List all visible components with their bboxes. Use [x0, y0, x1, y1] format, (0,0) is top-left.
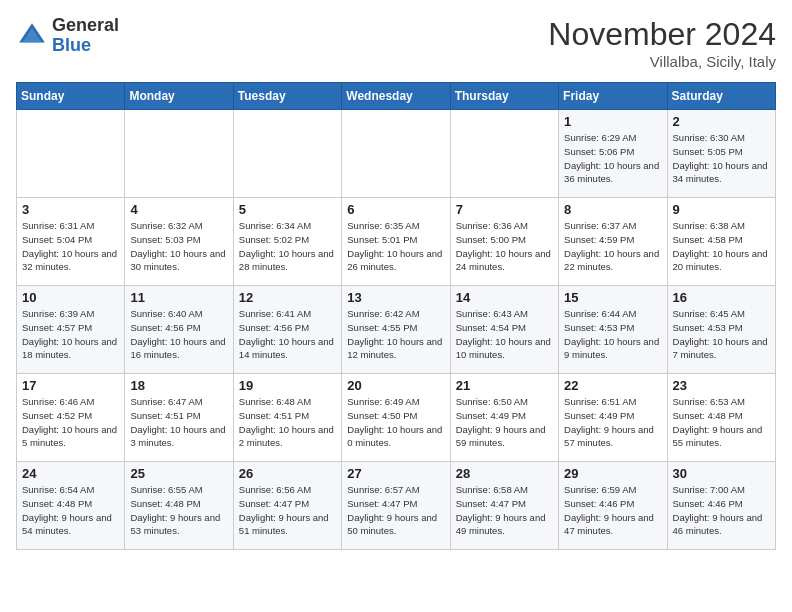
day-number: 13 [347, 290, 444, 305]
day-number: 9 [673, 202, 770, 217]
day-info: Sunrise: 6:53 AM Sunset: 4:48 PM Dayligh… [673, 395, 770, 450]
calendar-day-cell: 7Sunrise: 6:36 AM Sunset: 5:00 PM Daylig… [450, 198, 558, 286]
calendar-week-row: 10Sunrise: 6:39 AM Sunset: 4:57 PM Dayli… [17, 286, 776, 374]
calendar-day-cell: 18Sunrise: 6:47 AM Sunset: 4:51 PM Dayli… [125, 374, 233, 462]
day-info: Sunrise: 6:56 AM Sunset: 4:47 PM Dayligh… [239, 483, 336, 538]
day-number: 23 [673, 378, 770, 393]
day-number: 20 [347, 378, 444, 393]
day-info: Sunrise: 7:00 AM Sunset: 4:46 PM Dayligh… [673, 483, 770, 538]
day-number: 7 [456, 202, 553, 217]
day-info: Sunrise: 6:51 AM Sunset: 4:49 PM Dayligh… [564, 395, 661, 450]
calendar-day-cell: 16Sunrise: 6:45 AM Sunset: 4:53 PM Dayli… [667, 286, 775, 374]
day-header-friday: Friday [559, 83, 667, 110]
day-header-saturday: Saturday [667, 83, 775, 110]
calendar-day-cell: 9Sunrise: 6:38 AM Sunset: 4:58 PM Daylig… [667, 198, 775, 286]
calendar-day-cell: 28Sunrise: 6:58 AM Sunset: 4:47 PM Dayli… [450, 462, 558, 550]
logo-icon [16, 20, 48, 52]
calendar-day-cell: 24Sunrise: 6:54 AM Sunset: 4:48 PM Dayli… [17, 462, 125, 550]
day-number: 3 [22, 202, 119, 217]
day-number: 24 [22, 466, 119, 481]
calendar-day-cell: 26Sunrise: 6:56 AM Sunset: 4:47 PM Dayli… [233, 462, 341, 550]
day-number: 15 [564, 290, 661, 305]
calendar-day-cell: 17Sunrise: 6:46 AM Sunset: 4:52 PM Dayli… [17, 374, 125, 462]
day-info: Sunrise: 6:46 AM Sunset: 4:52 PM Dayligh… [22, 395, 119, 450]
calendar-week-row: 24Sunrise: 6:54 AM Sunset: 4:48 PM Dayli… [17, 462, 776, 550]
calendar-day-cell [125, 110, 233, 198]
calendar-day-cell: 11Sunrise: 6:40 AM Sunset: 4:56 PM Dayli… [125, 286, 233, 374]
calendar-day-cell: 14Sunrise: 6:43 AM Sunset: 4:54 PM Dayli… [450, 286, 558, 374]
day-info: Sunrise: 6:43 AM Sunset: 4:54 PM Dayligh… [456, 307, 553, 362]
day-header-thursday: Thursday [450, 83, 558, 110]
day-number: 8 [564, 202, 661, 217]
day-info: Sunrise: 6:47 AM Sunset: 4:51 PM Dayligh… [130, 395, 227, 450]
calendar-day-cell: 4Sunrise: 6:32 AM Sunset: 5:03 PM Daylig… [125, 198, 233, 286]
calendar-day-cell: 15Sunrise: 6:44 AM Sunset: 4:53 PM Dayli… [559, 286, 667, 374]
calendar-day-cell: 22Sunrise: 6:51 AM Sunset: 4:49 PM Dayli… [559, 374, 667, 462]
day-number: 1 [564, 114, 661, 129]
calendar-day-cell [450, 110, 558, 198]
calendar-table: SundayMondayTuesdayWednesdayThursdayFrid… [16, 82, 776, 550]
day-number: 5 [239, 202, 336, 217]
month-title: November 2024 [548, 16, 776, 53]
day-number: 29 [564, 466, 661, 481]
day-info: Sunrise: 6:54 AM Sunset: 4:48 PM Dayligh… [22, 483, 119, 538]
day-info: Sunrise: 6:40 AM Sunset: 4:56 PM Dayligh… [130, 307, 227, 362]
logo-text: General Blue [52, 16, 119, 56]
day-number: 11 [130, 290, 227, 305]
day-info: Sunrise: 6:29 AM Sunset: 5:06 PM Dayligh… [564, 131, 661, 186]
day-info: Sunrise: 6:36 AM Sunset: 5:00 PM Dayligh… [456, 219, 553, 274]
day-header-tuesday: Tuesday [233, 83, 341, 110]
day-info: Sunrise: 6:42 AM Sunset: 4:55 PM Dayligh… [347, 307, 444, 362]
day-number: 2 [673, 114, 770, 129]
day-info: Sunrise: 6:30 AM Sunset: 5:05 PM Dayligh… [673, 131, 770, 186]
calendar-day-cell: 20Sunrise: 6:49 AM Sunset: 4:50 PM Dayli… [342, 374, 450, 462]
calendar-week-row: 17Sunrise: 6:46 AM Sunset: 4:52 PM Dayli… [17, 374, 776, 462]
calendar-day-cell: 6Sunrise: 6:35 AM Sunset: 5:01 PM Daylig… [342, 198, 450, 286]
location: Villalba, Sicily, Italy [548, 53, 776, 70]
calendar-day-cell [233, 110, 341, 198]
calendar-day-cell: 25Sunrise: 6:55 AM Sunset: 4:48 PM Dayli… [125, 462, 233, 550]
day-number: 19 [239, 378, 336, 393]
day-number: 22 [564, 378, 661, 393]
logo-general: General [52, 15, 119, 35]
day-info: Sunrise: 6:37 AM Sunset: 4:59 PM Dayligh… [564, 219, 661, 274]
logo: General Blue [16, 16, 119, 56]
day-info: Sunrise: 6:39 AM Sunset: 4:57 PM Dayligh… [22, 307, 119, 362]
day-info: Sunrise: 6:57 AM Sunset: 4:47 PM Dayligh… [347, 483, 444, 538]
calendar-day-cell: 2Sunrise: 6:30 AM Sunset: 5:05 PM Daylig… [667, 110, 775, 198]
day-info: Sunrise: 6:49 AM Sunset: 4:50 PM Dayligh… [347, 395, 444, 450]
day-number: 18 [130, 378, 227, 393]
calendar-day-cell: 1Sunrise: 6:29 AM Sunset: 5:06 PM Daylig… [559, 110, 667, 198]
calendar-day-cell: 19Sunrise: 6:48 AM Sunset: 4:51 PM Dayli… [233, 374, 341, 462]
day-number: 4 [130, 202, 227, 217]
day-number: 25 [130, 466, 227, 481]
day-info: Sunrise: 6:38 AM Sunset: 4:58 PM Dayligh… [673, 219, 770, 274]
day-info: Sunrise: 6:48 AM Sunset: 4:51 PM Dayligh… [239, 395, 336, 450]
calendar-day-cell [17, 110, 125, 198]
day-number: 16 [673, 290, 770, 305]
day-info: Sunrise: 6:58 AM Sunset: 4:47 PM Dayligh… [456, 483, 553, 538]
day-header-monday: Monday [125, 83, 233, 110]
day-info: Sunrise: 6:32 AM Sunset: 5:03 PM Dayligh… [130, 219, 227, 274]
day-info: Sunrise: 6:59 AM Sunset: 4:46 PM Dayligh… [564, 483, 661, 538]
calendar-day-cell: 30Sunrise: 7:00 AM Sunset: 4:46 PM Dayli… [667, 462, 775, 550]
calendar-day-cell: 29Sunrise: 6:59 AM Sunset: 4:46 PM Dayli… [559, 462, 667, 550]
calendar-day-cell: 23Sunrise: 6:53 AM Sunset: 4:48 PM Dayli… [667, 374, 775, 462]
day-number: 14 [456, 290, 553, 305]
day-number: 12 [239, 290, 336, 305]
calendar-week-row: 1Sunrise: 6:29 AM Sunset: 5:06 PM Daylig… [17, 110, 776, 198]
day-number: 26 [239, 466, 336, 481]
day-number: 28 [456, 466, 553, 481]
calendar-day-cell: 8Sunrise: 6:37 AM Sunset: 4:59 PM Daylig… [559, 198, 667, 286]
page-header: General Blue November 2024 Villalba, Sic… [16, 16, 776, 70]
day-number: 10 [22, 290, 119, 305]
calendar-week-row: 3Sunrise: 6:31 AM Sunset: 5:04 PM Daylig… [17, 198, 776, 286]
calendar-day-cell: 21Sunrise: 6:50 AM Sunset: 4:49 PM Dayli… [450, 374, 558, 462]
day-number: 30 [673, 466, 770, 481]
day-number: 27 [347, 466, 444, 481]
day-number: 17 [22, 378, 119, 393]
calendar-day-cell [342, 110, 450, 198]
calendar-header-row: SundayMondayTuesdayWednesdayThursdayFrid… [17, 83, 776, 110]
logo-blue: Blue [52, 35, 91, 55]
day-info: Sunrise: 6:34 AM Sunset: 5:02 PM Dayligh… [239, 219, 336, 274]
